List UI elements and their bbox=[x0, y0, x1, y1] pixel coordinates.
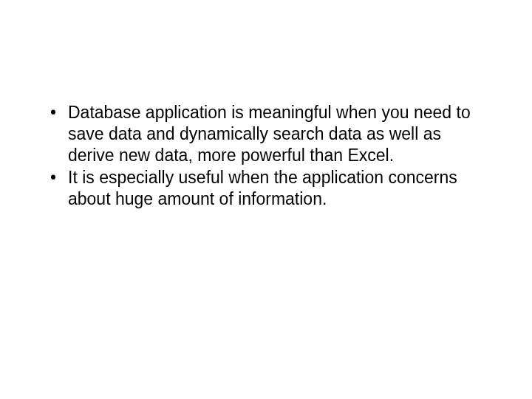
list-item: Database application is meaningful when … bbox=[46, 102, 473, 166]
slide-body: Database application is meaningful when … bbox=[46, 102, 473, 211]
bullet-text: Database application is meaningful when … bbox=[68, 103, 471, 165]
list-item: It is especially useful when the applica… bbox=[46, 167, 473, 210]
bullet-list: Database application is meaningful when … bbox=[46, 102, 473, 210]
bullet-text: It is especially useful when the applica… bbox=[68, 168, 457, 208]
